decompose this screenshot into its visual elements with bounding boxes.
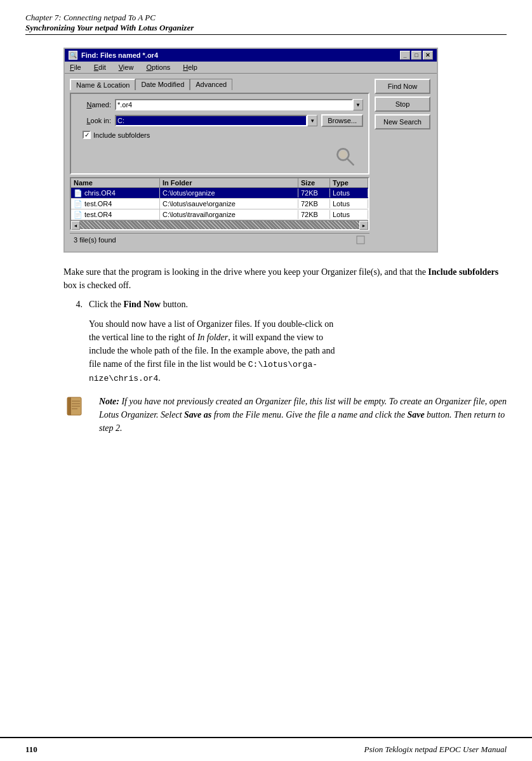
para2-l5: file name of the first file in the list … bbox=[89, 359, 248, 369]
chapter-title: Chapter 7: Connecting netpad To A PC bbox=[25, 13, 507, 23]
status-bar: 3 file(s) found bbox=[70, 233, 369, 246]
step4-pre: Click the bbox=[89, 300, 123, 309]
filename-1: test.OR4 bbox=[84, 200, 112, 208]
cell-size-0: 72KB bbox=[298, 189, 330, 197]
step-4: 4. Click the Find Now button. bbox=[63, 300, 507, 310]
tab-bar: Name & Location Date Modified Advanced bbox=[70, 79, 369, 90]
table-header: Name In Folder Size Type bbox=[71, 178, 368, 188]
filename-0: chris.OR4 bbox=[84, 189, 116, 197]
menu-options[interactable]: Options bbox=[143, 63, 173, 72]
scroll-right-btn[interactable]: ► bbox=[359, 221, 368, 230]
file-icon-1: 📄 bbox=[74, 199, 83, 208]
svg-point-1 bbox=[339, 150, 347, 159]
dialog-menubar: File Edit View Options Help bbox=[65, 62, 437, 74]
include-subfolders-checkbox[interactable]: ✓ bbox=[83, 131, 91, 139]
step4-bold: Find Now bbox=[123, 300, 161, 309]
horizontal-scrollbar[interactable]: ◄ ► bbox=[71, 220, 368, 229]
minimize-button[interactable]: _ bbox=[400, 51, 410, 60]
file-icon-0: 📄 bbox=[74, 189, 83, 197]
para2-l4: include the whole path of the file. In t… bbox=[89, 346, 335, 355]
tab-name-location[interactable]: Name & Location bbox=[70, 79, 135, 90]
status-icon bbox=[356, 235, 366, 245]
new-search-button[interactable]: New Search bbox=[375, 114, 430, 129]
cell-name-1: 📄 test.OR4 bbox=[71, 199, 160, 209]
note-text3: . Give the file a name and click the bbox=[281, 410, 407, 420]
table-row[interactable]: 📄 test.OR4 C:\lotus\sauve\organize 72KB … bbox=[71, 199, 368, 209]
lookin-row: Look in: C: ▼ Browse... bbox=[76, 114, 363, 127]
named-input[interactable]: *.or4 bbox=[115, 99, 353, 110]
cell-type-2: Lotus bbox=[330, 210, 368, 219]
titlebar-left: 🔍 Find: Files named *.or4 bbox=[69, 51, 158, 60]
named-dropdown-btn[interactable]: ▼ bbox=[353, 99, 363, 110]
tab-content: Named: *.or4 ▼ Look in: C: ▼ Brows bbox=[70, 93, 369, 175]
note-bold1: Save as bbox=[184, 410, 211, 420]
file-icon-2: 📄 bbox=[74, 210, 83, 219]
step4-end: button. bbox=[161, 300, 188, 309]
menu-file[interactable]: File bbox=[67, 63, 84, 72]
table-row[interactable]: 📄 chris.OR4 C:\lotus\organize 72KB Lotus bbox=[71, 188, 368, 199]
tab-advanced[interactable]: Advanced bbox=[190, 79, 232, 90]
svg-rect-5 bbox=[67, 397, 70, 415]
para2-end: . bbox=[158, 373, 161, 383]
cell-type-0: Lotus bbox=[330, 189, 368, 197]
para2-l3: , it will expand the view to bbox=[228, 333, 323, 342]
scroll-left-btn[interactable]: ◄ bbox=[71, 221, 80, 230]
menu-view[interactable]: View bbox=[116, 63, 136, 72]
col-header-size: Size bbox=[298, 178, 330, 187]
note-bold2: Save bbox=[407, 410, 424, 420]
step-4-content: Click the Find Now button. bbox=[89, 300, 507, 310]
lookin-label: Look in: bbox=[76, 117, 111, 124]
chapter-subtitle: Synchronizing Your netpad With Lotus Org… bbox=[25, 23, 507, 33]
table-row[interactable]: 📄 test.OR4 C:\lotus\travail\organize 72K… bbox=[71, 209, 368, 220]
tab-date-modified[interactable]: Date Modified bbox=[135, 79, 190, 90]
dialog-screenshot: 🔍 Find: Files named *.or4 _ □ ✕ File Edi… bbox=[63, 48, 438, 253]
step-4-num: 4. bbox=[63, 300, 83, 310]
content-area: Make sure that the program is looking in… bbox=[63, 265, 507, 435]
named-label: Named: bbox=[76, 101, 111, 109]
para2-l1: You should now have a list of Organizer … bbox=[89, 319, 333, 329]
scroll-track[interactable] bbox=[80, 221, 359, 229]
cell-folder-1: C:\lotus\sauve\organize bbox=[160, 199, 298, 208]
stop-button[interactable]: Stop bbox=[375, 96, 430, 112]
checkbox-row: ✓ Include subfolders bbox=[76, 131, 363, 139]
named-row: Named: *.or4 ▼ bbox=[76, 99, 363, 110]
note-content: Note: If you have not previously created… bbox=[99, 395, 507, 435]
maximize-button[interactable]: □ bbox=[411, 51, 422, 60]
note-box: Note: If you have not previously created… bbox=[63, 395, 507, 435]
svg-rect-3 bbox=[357, 236, 364, 244]
menu-edit[interactable]: Edit bbox=[91, 63, 109, 72]
lookin-input-group: C: ▼ bbox=[115, 115, 317, 126]
find-now-button[interactable]: Find Now bbox=[375, 79, 430, 94]
para-1: Make sure that the program is looking in… bbox=[63, 265, 507, 292]
col-header-folder: In Folder bbox=[160, 178, 298, 187]
cell-name-2: 📄 test.OR4 bbox=[71, 209, 160, 220]
para1-end: box is checked off. bbox=[63, 281, 131, 290]
menu-help[interactable]: Help bbox=[180, 63, 200, 72]
browse-button[interactable]: Browse... bbox=[321, 114, 363, 127]
para2-italic: In folder bbox=[197, 333, 229, 342]
para2-l2: the vertical line to the right of bbox=[89, 333, 197, 342]
dialog-body: Name & Location Date Modified Advanced N… bbox=[65, 74, 437, 251]
magnifier-icon bbox=[334, 145, 357, 168]
para-2: You should now have a list of Organizer … bbox=[89, 317, 507, 385]
col-header-name: Name bbox=[71, 178, 160, 187]
close-button[interactable]: ✕ bbox=[423, 51, 433, 60]
para2-code2: nize\chris.or4 bbox=[89, 374, 158, 383]
cell-size-1: 72KB bbox=[298, 199, 330, 208]
dialog-titlebar: 🔍 Find: Files named *.or4 _ □ ✕ bbox=[65, 49, 437, 62]
note-book-icon bbox=[63, 395, 88, 419]
note-text: If you have not previously created an Or… bbox=[99, 397, 507, 433]
cell-type-1: Lotus bbox=[330, 199, 368, 208]
note-icon-area bbox=[63, 395, 91, 421]
cell-size-2: 72KB bbox=[298, 210, 330, 219]
lookin-dropdown-btn[interactable]: ▼ bbox=[307, 115, 317, 126]
filename-2: test.OR4 bbox=[84, 211, 112, 218]
lookin-input[interactable]: C: bbox=[115, 115, 307, 126]
svg-line-2 bbox=[347, 159, 354, 165]
footer-title: Psion Teklogix netpad EPOC User Manual bbox=[364, 744, 507, 755]
note-label: Note: bbox=[99, 397, 119, 406]
cell-folder-2: C:\lotus\travail\organize bbox=[160, 210, 298, 219]
chapter-header: Chapter 7: Connecting netpad To A PC Syn… bbox=[25, 13, 507, 35]
footer: 110 Psion Teklogix netpad EPOC User Manu… bbox=[0, 737, 532, 761]
named-input-group: *.or4 ▼ bbox=[115, 99, 363, 110]
